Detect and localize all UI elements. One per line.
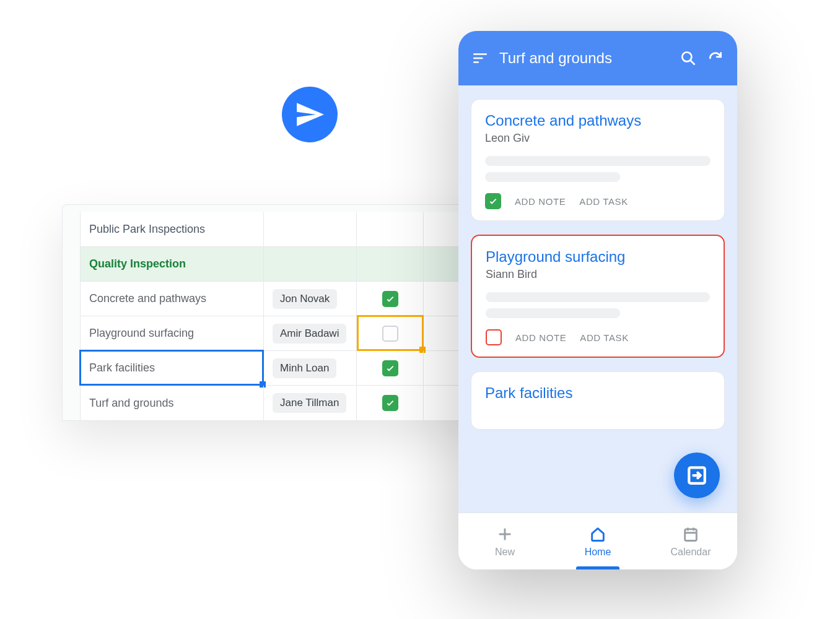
- checkbox-checked[interactable]: [382, 395, 398, 411]
- placeholder-line: [485, 156, 711, 166]
- tab-home[interactable]: Home: [551, 513, 644, 569]
- sheet-section: Quality Inspection: [81, 247, 264, 281]
- phone-title: Turf and grounds: [499, 50, 669, 67]
- status-unchecked-icon[interactable]: [486, 329, 502, 345]
- tab-new[interactable]: New: [458, 513, 551, 569]
- card-title: Park facilities: [485, 384, 711, 402]
- check-icon: [385, 363, 395, 373]
- phone-header: Turf and grounds: [458, 31, 737, 85]
- task-name: Turf and grounds: [81, 386, 264, 420]
- spreadsheet-panel: Public Park Inspections Quality Inspecti…: [62, 204, 508, 421]
- phone-content[interactable]: Concrete and pathways Leon Giv ADD NOTE …: [458, 85, 737, 513]
- check-icon: [385, 294, 395, 304]
- task-name: Concrete and pathways: [81, 282, 264, 316]
- checkbox-unchecked[interactable]: [382, 326, 398, 342]
- sheet-title: Public Park Inspections: [81, 212, 264, 246]
- assignee-chip[interactable]: Jon Novak: [273, 289, 337, 309]
- paper-plane-icon: [294, 99, 325, 130]
- assignee-chip[interactable]: Minh Loan: [273, 358, 336, 378]
- calendar-icon: [682, 526, 699, 543]
- status-checked-icon[interactable]: [485, 193, 501, 209]
- add-task-button[interactable]: ADD TASK: [579, 196, 628, 207]
- card-subtitle: Leon Giv: [485, 132, 711, 145]
- add-note-button[interactable]: ADD NOTE: [515, 196, 566, 207]
- phone-tabbar: New Home Calendar: [458, 513, 737, 569]
- search-icon[interactable]: [680, 50, 696, 66]
- sheet-data-row[interactable]: Playground surfacing Amir Badawi: [81, 316, 507, 351]
- sheet-data-row[interactable]: Concrete and pathways Jon Novak: [81, 282, 507, 316]
- tab-label: Calendar: [671, 547, 711, 558]
- checkbox-checked[interactable]: [382, 291, 398, 307]
- sheet-section-row[interactable]: Quality Inspection: [81, 247, 507, 282]
- task-card[interactable]: Park facilities: [471, 371, 725, 430]
- checkbox-checked[interactable]: [382, 360, 398, 376]
- placeholder-line: [486, 308, 620, 318]
- sheet-data-row[interactable]: Park facilities Minh Loan: [81, 351, 507, 386]
- fab-button[interactable]: [674, 452, 720, 498]
- card-subtitle: Siann Bird: [486, 268, 710, 281]
- assignee-chip[interactable]: Jane Tillman: [273, 393, 346, 413]
- task-card-alert[interactable]: Playground surfacing Siann Bird ADD NOTE…: [471, 235, 725, 358]
- assignee-chip[interactable]: Amir Badawi: [273, 324, 346, 344]
- placeholder-line: [485, 172, 620, 182]
- menu-sort-icon[interactable]: [472, 50, 488, 66]
- plus-icon: [496, 526, 514, 543]
- task-card[interactable]: Concrete and pathways Leon Giv ADD NOTE …: [471, 99, 725, 221]
- app-logo: [282, 87, 338, 142]
- card-title: Playground surfacing: [486, 248, 710, 266]
- task-name: Playground surfacing: [81, 316, 264, 350]
- arrow-enter-icon: [686, 465, 707, 486]
- svg-rect-2: [685, 529, 697, 540]
- tab-label: New: [495, 547, 515, 558]
- tab-calendar[interactable]: Calendar: [644, 513, 737, 569]
- check-icon: [385, 398, 395, 408]
- check-icon: [488, 196, 498, 206]
- add-note-button[interactable]: ADD NOTE: [515, 332, 566, 343]
- sheet-data-row[interactable]: Turf and grounds Jane Tillman: [81, 386, 507, 420]
- tab-label: Home: [585, 547, 611, 558]
- task-name: Park facilities: [81, 351, 264, 385]
- add-task-button[interactable]: ADD TASK: [580, 332, 628, 343]
- phone-mockup: Turf and grounds Concrete and pathways L…: [458, 31, 737, 569]
- home-icon: [589, 526, 606, 543]
- card-title: Concrete and pathways: [485, 112, 711, 129]
- placeholder-line: [486, 292, 710, 302]
- sheet-title-row[interactable]: Public Park Inspections: [81, 212, 507, 247]
- refresh-icon[interactable]: [707, 50, 724, 66]
